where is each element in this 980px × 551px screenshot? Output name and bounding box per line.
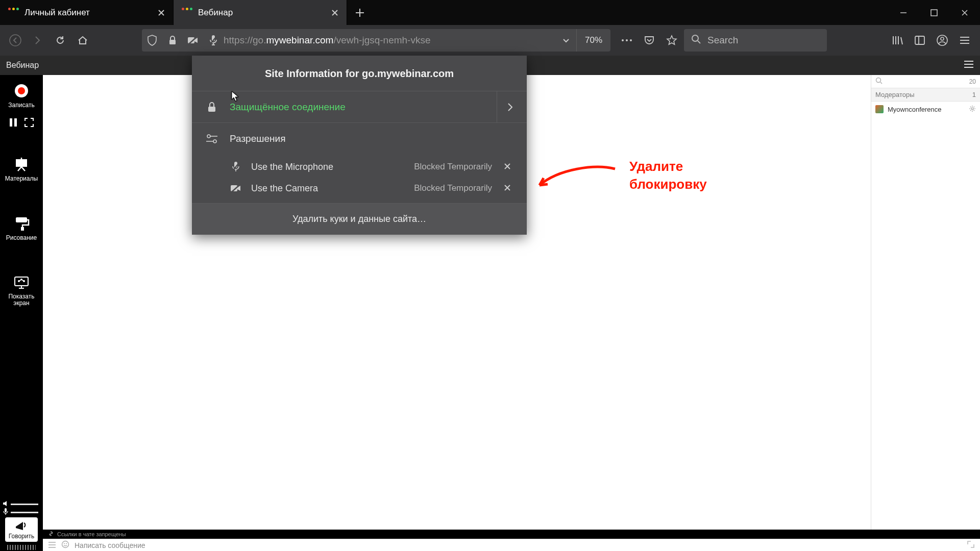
remove-permission-button[interactable] (501, 162, 513, 172)
record-button[interactable]: Записать (3, 78, 40, 116)
zoom-level[interactable]: 70% (576, 29, 610, 52)
pause-icon[interactable] (9, 118, 17, 129)
svg-point-25 (971, 108, 973, 110)
camera-blocked-icon (230, 184, 242, 193)
maximize-button[interactable] (919, 0, 949, 25)
tab-webinar[interactable]: Вебинар (174, 0, 347, 25)
fullscreen-icon[interactable] (24, 118, 34, 129)
sliders-icon (205, 134, 218, 143)
app-menu-icon[interactable] (954, 30, 975, 51)
gear-icon[interactable] (969, 105, 976, 114)
mic-blocked-icon[interactable] (203, 35, 224, 46)
pocket-icon[interactable] (639, 30, 659, 51)
volume-slider[interactable] (5, 501, 38, 507)
svg-point-27 (64, 543, 65, 544)
svg-rect-19 (15, 277, 28, 286)
tab-title: Личный кабинет (24, 8, 150, 18)
easel-icon (13, 156, 30, 173)
participants-panel: 20 Модераторы 1 Myownconference (871, 75, 980, 530)
svg-rect-16 (16, 159, 27, 167)
paint-roller-icon (13, 215, 30, 232)
chevron-down-icon[interactable] (556, 36, 576, 44)
back-button[interactable] (5, 30, 26, 51)
mic-slider[interactable] (5, 509, 38, 515)
chevron-right-icon[interactable] (497, 91, 513, 122)
svg-rect-29 (208, 107, 215, 112)
chat-warning: Ссылки в чате запрещены (43, 530, 980, 539)
audio-level-icon (7, 545, 36, 550)
tab-account[interactable]: Личный кабинет (0, 0, 174, 25)
svg-point-26 (62, 541, 69, 548)
svg-point-8 (692, 35, 698, 41)
participants-total: 20 (969, 78, 976, 85)
search-icon (875, 77, 883, 86)
permission-microphone: Use the Microphone Blocked Temporarily (230, 156, 513, 178)
secure-connection-row[interactable]: Защищённое соединение (192, 91, 527, 122)
tracking-shield-icon[interactable] (142, 35, 162, 46)
annotation-text: Удалитеблокировку (629, 158, 707, 193)
bookmark-star-icon[interactable] (662, 30, 682, 51)
close-window-button[interactable] (949, 0, 980, 25)
svg-rect-17 (16, 217, 27, 222)
svg-point-31 (213, 140, 216, 143)
chat-bar: Ссылки в чате запрещены Написать сообщен… (43, 530, 980, 551)
home-button[interactable] (72, 30, 93, 51)
header-menu-icon[interactable] (964, 61, 974, 70)
permissions-header: Разрешения (192, 122, 527, 154)
svg-rect-18 (21, 227, 24, 231)
lock-icon[interactable] (162, 35, 183, 45)
tab-strip: Личный кабинет Вебинар (0, 0, 980, 25)
minimize-button[interactable] (888, 0, 919, 25)
annotation: Удалитеблокировку (533, 158, 707, 193)
new-tab-button[interactable] (347, 0, 373, 25)
url-text: https://go.mywebinar.com/vewh-jgsq-nemh-… (224, 35, 556, 46)
svg-point-5 (622, 39, 624, 41)
close-icon[interactable] (156, 7, 167, 18)
search-bar[interactable]: Search (684, 29, 827, 52)
microphone-icon (3, 508, 9, 518)
nav-toolbar: https://go.mywebinar.com/vewh-jgsq-nemh-… (0, 25, 980, 56)
search-placeholder: Search (707, 35, 738, 46)
chat-input[interactable]: Написать сообщение (43, 539, 980, 551)
moderators-section: Модераторы 1 (871, 88, 980, 102)
lock-icon (205, 102, 218, 113)
library-icon[interactable] (887, 30, 908, 51)
expand-icon[interactable] (967, 540, 975, 550)
svg-point-13 (18, 87, 25, 94)
share-screen-button[interactable]: Показатьэкран (3, 270, 40, 314)
arrow-icon (533, 163, 620, 193)
address-bar[interactable]: https://go.mywebinar.com/vewh-jgsq-nemh-… (142, 29, 610, 52)
svg-point-11 (941, 37, 944, 40)
sidebar-toggle-icon[interactable] (910, 30, 930, 51)
record-icon (13, 82, 30, 99)
site-info-popover: Site Information for go.mywebinar.com За… (192, 56, 527, 235)
talk-button[interactable]: Говорить (5, 517, 38, 542)
share-screen-icon (13, 274, 30, 291)
cursor-icon (231, 91, 239, 104)
page-actions-button[interactable] (617, 30, 637, 51)
materials-button[interactable]: Материалы (3, 152, 40, 189)
chat-placeholder: Написать сообщение (75, 541, 145, 549)
chat-menu-icon[interactable] (48, 541, 56, 549)
svg-rect-14 (10, 118, 12, 127)
account-icon[interactable] (932, 30, 952, 51)
close-icon[interactable] (329, 7, 340, 18)
participant-row[interactable]: Myownconference (871, 102, 980, 117)
reload-button[interactable] (50, 30, 70, 51)
webinar-left-toolbar: Записать Материалы Рисование Показатьэкр… (0, 75, 43, 551)
svg-rect-15 (14, 118, 17, 127)
drawing-button[interactable]: Рисование (3, 211, 40, 248)
page-content: Вебинар Записать Материалы Рис (0, 56, 980, 551)
clear-cookies-button[interactable]: Удалить куки и данные сайта… (192, 203, 527, 235)
emoji-icon[interactable] (61, 540, 69, 550)
camera-blocked-icon[interactable] (183, 36, 203, 45)
forward-button[interactable] (28, 30, 48, 51)
participants-search[interactable]: 20 (871, 75, 980, 88)
svg-rect-23 (5, 508, 7, 512)
remove-permission-button[interactable] (501, 183, 513, 194)
favicon-icon (8, 8, 18, 18)
svg-point-24 (876, 78, 881, 83)
tab-title: Вебинар (198, 8, 323, 18)
avatar-icon (875, 105, 884, 113)
svg-point-7 (630, 39, 632, 41)
